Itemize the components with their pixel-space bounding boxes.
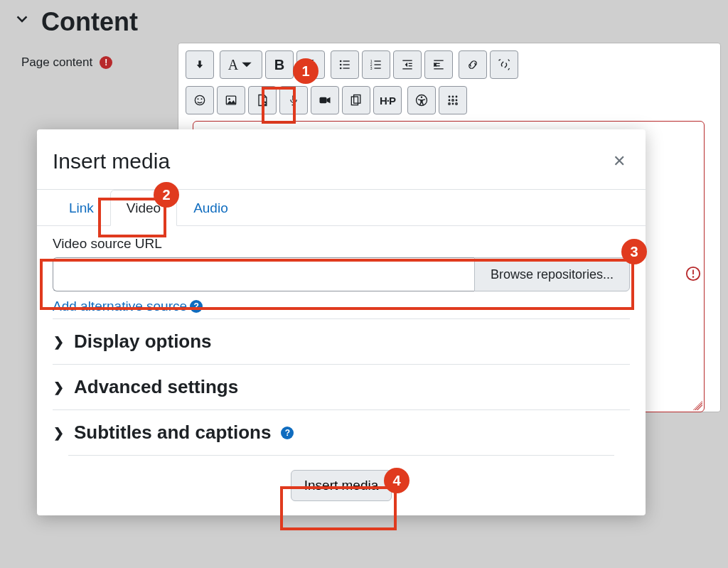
callout-highlight-2 [98, 198, 166, 237]
unlink-button[interactable] [490, 50, 518, 79]
svg-point-1 [340, 64, 342, 66]
svg-point-38 [452, 96, 454, 98]
callout-badge-2: 2 [154, 182, 179, 208]
chevron-down-icon [14, 12, 30, 32]
insert-media-modal: Insert media ✕ Link Video Audio Video so… [37, 129, 646, 515]
link-button[interactable] [459, 50, 487, 79]
svg-rect-33 [351, 97, 358, 105]
svg-point-25 [201, 98, 203, 100]
accordion-subtitles-captions[interactable]: ❯ Subtitles and captions ? [53, 409, 630, 455]
svg-point-36 [421, 97, 423, 99]
accordion-label: Advanced settings [74, 376, 238, 398]
svg-line-20 [499, 60, 501, 61]
section-title: Content [41, 7, 138, 37]
editor-toolbar: A B I 123 [178, 43, 720, 122]
field-label: Page content ! [7, 43, 178, 70]
svg-line-22 [508, 60, 510, 62]
svg-point-27 [228, 98, 230, 100]
accordion-label: Subtitles and captions [74, 422, 271, 444]
svg-point-43 [449, 103, 451, 105]
callout-badge-4: 4 [384, 468, 410, 493]
record-video-button[interactable] [311, 86, 339, 114]
svg-rect-32 [320, 97, 327, 103]
svg-point-40 [449, 100, 451, 102]
svg-point-41 [452, 100, 454, 102]
section-header[interactable]: Content [7, 7, 721, 43]
svg-line-21 [508, 68, 510, 70]
manage-files-button[interactable] [342, 86, 370, 114]
svg-point-39 [456, 96, 458, 98]
svg-point-44 [452, 103, 454, 105]
h5p-button[interactable]: H·P [373, 86, 402, 114]
required-icon: ! [100, 56, 112, 69]
svg-point-0 [340, 60, 342, 63]
callout-badge-3: 3 [621, 239, 647, 264]
svg-text:3: 3 [370, 66, 373, 70]
screenreader-helper-button[interactable] [439, 86, 467, 114]
callout-highlight-3 [40, 259, 634, 310]
indent-button[interactable] [424, 50, 453, 79]
image-button[interactable] [217, 86, 245, 114]
font-style-dropdown[interactable]: A [220, 50, 262, 79]
tab-audio[interactable]: Audio [177, 190, 245, 225]
help-icon[interactable]: ? [281, 427, 294, 439]
svg-point-24 [198, 98, 199, 100]
svg-point-37 [449, 96, 451, 98]
modal-title: Insert media [53, 149, 170, 173]
chevron-right-icon: ❯ [53, 425, 64, 441]
accessibility-checker-button[interactable] [407, 86, 436, 114]
svg-point-45 [456, 103, 458, 105]
number-list-button[interactable]: 123 [362, 50, 390, 79]
accordion-advanced-settings[interactable]: ❯ Advanced settings [53, 364, 630, 409]
bold-button[interactable]: B [265, 50, 294, 79]
chevron-right-icon: ❯ [53, 334, 64, 350]
accordion-display-options[interactable]: ❯ Display options [53, 318, 630, 364]
validation-error-icon [685, 266, 721, 286]
outdent-button[interactable] [393, 50, 422, 79]
callout-highlight-1 [262, 87, 296, 124]
callout-highlight-4 [280, 486, 397, 530]
resize-handle-icon[interactable] [692, 400, 702, 410]
svg-point-2 [340, 68, 342, 70]
svg-point-42 [456, 100, 458, 102]
emoji-button[interactable] [186, 86, 214, 114]
svg-rect-34 [354, 95, 360, 104]
accordion-label: Display options [74, 331, 212, 353]
bullet-list-button[interactable] [331, 50, 359, 79]
close-icon[interactable]: ✕ [613, 152, 626, 171]
video-url-label: Video source URL [53, 236, 630, 252]
svg-point-48 [692, 276, 695, 278]
callout-badge-1: 1 [293, 58, 318, 84]
svg-point-23 [195, 95, 204, 105]
toolbar-toggle-button[interactable] [186, 50, 214, 79]
chevron-right-icon: ❯ [53, 380, 64, 395]
